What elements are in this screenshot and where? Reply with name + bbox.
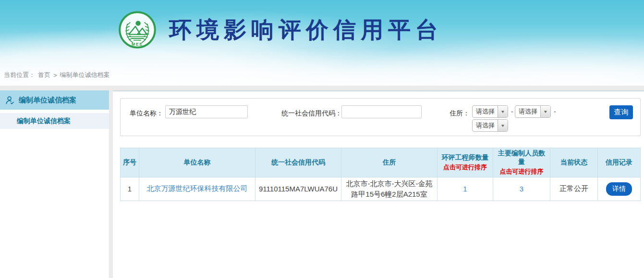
credit-code-input[interactable] [341,105,422,118]
province-select[interactable]: 请选择 ▼ [472,105,508,118]
table-header-row: 序号 单位名称 统一社会信用代码 住所 环评工程师数量 点击可进行排序 主要编制… [121,148,641,177]
header-status: 当前状态 [550,148,598,177]
staff-count-link[interactable]: 3 [520,185,523,193]
header-credit-record: 信用记录 [598,148,641,177]
breadcrumb-prefix: 当前位置： [4,71,35,79]
address-label: 住所： [450,109,470,118]
cell-address: 北京市-北京市-大兴区-金苑路甲15号6幢2层A215室 [341,177,437,201]
cell-index: 1 [121,177,139,201]
header-engineer-count-sort[interactable]: 环评工程师数量 点击可进行排序 [437,148,493,177]
unit-name-link[interactable]: 北京万源世纪环保科技有限公司 [147,184,248,192]
content-area: 编制单位诚信档案 编制单位诚信档案 单位名称： 统一社会信用代码： 住所： 请选… [0,86,644,278]
page: MEE 环境影响评价信用平台 当前位置： 首页 > 编制单位诚信档案 编制单位诚… [0,0,644,278]
header-banner: MEE 环境影响评价信用平台 当前位置： 首页 > 编制单位诚信档案 [0,0,644,86]
cell-credit-code: 91110115MA7LWUA76U [255,177,341,201]
header-unit-name: 单位名称 [139,148,255,177]
chevron-down-icon: ▼ [498,120,508,131]
main-panel: 单位名称： 统一社会信用代码： 住所： 请选择 ▼ - 请选择 ▼ - 请选择 … [113,90,644,278]
user-check-icon [5,95,15,105]
credit-code-label: 统一社会信用代码： [281,109,342,118]
svg-text:MEE: MEE [132,42,143,47]
search-panel: 单位名称： 统一社会信用代码： 住所： 请选择 ▼ - 请选择 ▼ - 请选择 … [120,98,641,136]
chevron-down-icon: ▼ [498,106,508,117]
results-table: 序号 单位名称 统一社会信用代码 住所 环评工程师数量 点击可进行排序 主要编制… [120,148,641,201]
sort-hint[interactable]: 点击可进行排序 [439,163,491,172]
header-staff-count-sort[interactable]: 主要编制人员数量 点击可进行排序 [493,148,550,177]
brand: MEE 环境影响评价信用平台 [118,11,443,49]
table-row: 1 北京万源世纪环保科技有限公司 91110115MA7LWUA76U 北京市-… [121,177,641,201]
sidebar-item-archive[interactable]: 编制单位诚信档案 [0,113,109,129]
city-select[interactable]: 请选择 ▼ [515,105,551,118]
detail-button[interactable]: 详情 [606,182,632,196]
mee-logo-icon: MEE [118,11,157,49]
address-dash-2: - [554,108,556,115]
header-address: 住所 [341,148,437,177]
breadcrumb-home-link[interactable]: 首页 [38,71,50,79]
sidebar-group-label: 编制单位诚信档案 [19,96,76,105]
sidebar-item-label: 编制单位诚信档案 [17,117,71,126]
engineer-count-link[interactable]: 1 [463,185,467,193]
header-index: 序号 [121,148,139,177]
cell-status: 正常公开 [550,177,598,201]
sidebar-group-archive[interactable]: 编制单位诚信档案 [0,90,109,110]
site-title: 环境影响评价信用平台 [169,15,443,45]
sort-hint[interactable]: 点击可进行排序 [495,167,548,176]
sidebar: 编制单位诚信档案 编制单位诚信档案 [0,90,109,278]
unit-name-input[interactable] [165,105,248,118]
breadcrumb-current: 编制单位诚信档案 [60,71,110,79]
chevron-down-icon: ▼ [540,106,550,117]
query-button[interactable]: 查询 [609,105,633,119]
address-dash-1: - [511,108,513,115]
district-select[interactable]: 请选择 ▼ [472,119,508,132]
breadcrumb: 当前位置： 首页 > 编制单位诚信档案 [4,71,110,79]
header-credit-code: 统一社会信用代码 [255,148,341,177]
unit-name-label: 单位名称： [130,109,163,118]
breadcrumb-separator: > [53,72,57,79]
